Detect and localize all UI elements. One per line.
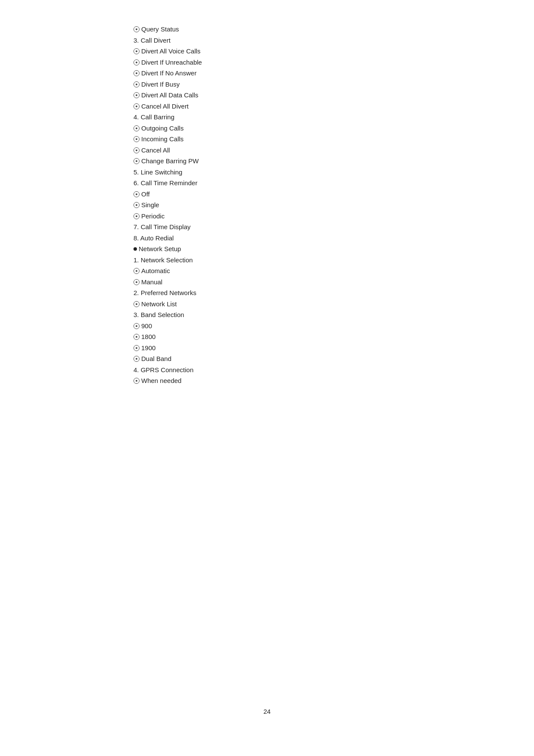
item-label: Divert If No Answer xyxy=(141,69,196,77)
circle-bullet-icon xyxy=(134,268,140,274)
section-label: 2. Preferred Networks xyxy=(134,289,196,296)
item-label: Cancel All Divert xyxy=(141,103,189,110)
item-label: Off xyxy=(141,190,150,198)
list-item: Outgoing Calls xyxy=(134,123,202,134)
circle-bullet-icon xyxy=(134,323,140,329)
item-label: Cancel All xyxy=(141,146,170,154)
item-label: 1900 xyxy=(141,344,155,352)
circle-bullet-icon xyxy=(134,213,140,219)
item-label: Outgoing Calls xyxy=(141,124,183,132)
list-item: 900 xyxy=(134,320,202,332)
circle-bullet-icon xyxy=(134,103,140,109)
item-label: Dual Band xyxy=(141,355,171,362)
circle-bullet-icon xyxy=(134,125,140,131)
list-item: Dual Band xyxy=(134,353,202,364)
list-item: 4. Call Barring xyxy=(134,112,202,123)
section-label: 7. Call Time Display xyxy=(134,223,191,230)
list-item: Cancel All Divert xyxy=(134,101,202,112)
section-label: 5. Line Switching xyxy=(134,168,182,176)
list-item: Incoming Calls xyxy=(134,134,202,145)
section-label: 4. Call Barring xyxy=(134,113,174,121)
list-item: When needed xyxy=(134,375,202,386)
circle-bullet-icon xyxy=(134,81,140,87)
item-label: Divert All Data Calls xyxy=(141,91,199,99)
circle-bullet-icon xyxy=(134,147,140,153)
item-label: Query Status xyxy=(141,25,179,33)
section-label: 3. Call Divert xyxy=(134,37,171,44)
circle-bullet-icon xyxy=(134,378,140,384)
circle-bullet-icon xyxy=(134,202,140,208)
list-item: 1900 xyxy=(134,342,202,354)
section-label: 3. Band Selection xyxy=(134,311,184,318)
circle-bullet-icon xyxy=(134,92,140,98)
list-item: 6. Call Time Reminder xyxy=(134,177,202,189)
list-item: Divert If Busy xyxy=(134,79,202,90)
circle-bullet-icon xyxy=(134,136,140,142)
list-item: Divert If No Answer xyxy=(134,68,202,79)
item-label: Change Barring PW xyxy=(141,157,199,165)
list-item: 3. Call Divert xyxy=(134,35,202,46)
circle-bullet-icon xyxy=(134,59,140,65)
list-item: Off xyxy=(134,189,202,200)
list-item: 5. Line Switching xyxy=(134,167,202,178)
item-label: Manual xyxy=(141,278,162,286)
list-item: 1800 xyxy=(134,331,202,342)
list-item: Divert If Unreachable xyxy=(134,57,202,68)
bullet-dot-icon xyxy=(134,247,137,251)
item-label: Divert If Unreachable xyxy=(141,59,202,66)
list-item: Single xyxy=(134,199,202,211)
section-label: 8. Auto Redial xyxy=(134,234,174,242)
list-item: 7. Call Time Display xyxy=(134,221,202,233)
section-label: 4. GPRS Connection xyxy=(134,366,193,373)
item-label: Incoming Calls xyxy=(141,135,183,143)
list-item: 3. Band Selection xyxy=(134,309,202,320)
page-content: Query Status3. Call DivertDivert All Voi… xyxy=(134,24,202,386)
list-item: 2. Preferred Networks xyxy=(134,287,202,299)
item-label: When needed xyxy=(141,377,181,384)
circle-bullet-icon xyxy=(134,279,140,285)
circle-bullet-icon xyxy=(134,301,140,307)
list-item: 1. Network Selection xyxy=(134,255,202,266)
item-label: Periodic xyxy=(141,212,165,220)
circle-bullet-icon xyxy=(134,26,140,32)
list-item: Divert All Data Calls xyxy=(134,90,202,101)
list-item: Periodic xyxy=(134,211,202,222)
item-label: Network Setup xyxy=(139,245,181,252)
circle-bullet-icon xyxy=(134,334,140,340)
circle-bullet-icon xyxy=(134,356,140,362)
list-item: Automatic xyxy=(134,265,202,277)
list-item: Manual xyxy=(134,277,202,288)
list-item: 8. Auto Redial xyxy=(134,233,202,244)
section-label: 6. Call Time Reminder xyxy=(134,179,197,187)
circle-bullet-icon xyxy=(134,345,140,351)
list-item: Change Barring PW xyxy=(134,156,202,167)
item-label: Divert All Voice Calls xyxy=(141,47,201,55)
circle-bullet-icon xyxy=(134,158,140,164)
list-item: Network List xyxy=(134,299,202,310)
item-label: 900 xyxy=(141,322,152,330)
list-item: Query Status xyxy=(134,24,202,35)
list-item: Cancel All xyxy=(134,145,202,156)
item-label: Automatic xyxy=(141,267,170,274)
item-label: Single xyxy=(141,201,159,208)
circle-bullet-icon xyxy=(134,191,140,197)
list-item: Network Setup xyxy=(134,243,202,255)
page-number: 24 xyxy=(264,708,271,715)
item-label: Network List xyxy=(141,300,177,308)
circle-bullet-icon xyxy=(134,48,140,54)
list-item: 4. GPRS Connection xyxy=(134,364,202,376)
item-label: Divert If Busy xyxy=(141,81,180,88)
section-label: 1. Network Selection xyxy=(134,256,193,264)
circle-bullet-icon xyxy=(134,70,140,76)
item-label: 1800 xyxy=(141,333,155,340)
list-item: Divert All Voice Calls xyxy=(134,46,202,57)
